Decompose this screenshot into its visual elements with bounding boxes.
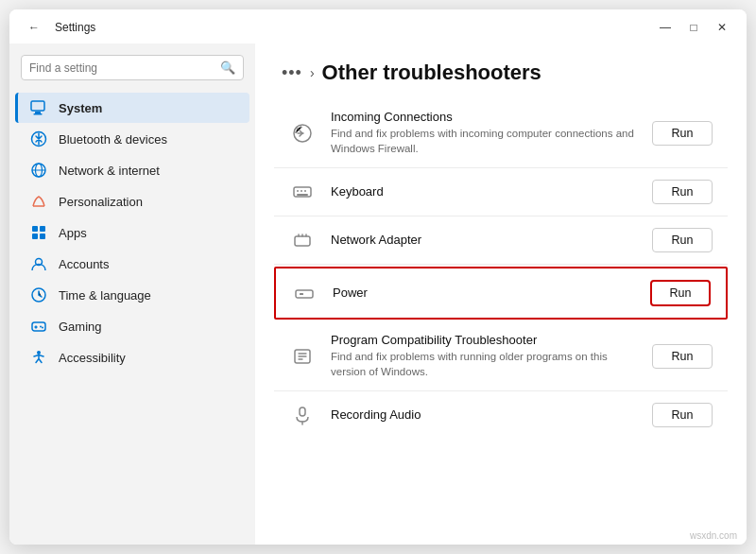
keyboard-run-button[interactable]: Run: [652, 180, 713, 204]
titlebar-left: ← Settings: [21, 17, 95, 38]
svg-rect-31: [300, 293, 303, 295]
page-title: Other troubleshooters: [322, 61, 541, 85]
troubleshooter-item-recording-audio: Recording AudioRun: [274, 391, 728, 439]
sidebar-item-label-gaming: Gaming: [59, 320, 102, 334]
svg-rect-11: [40, 234, 45, 239]
troubleshooter-item-power: PowerRun: [274, 267, 728, 320]
gaming-icon: [30, 318, 47, 335]
incoming-connections-run-button[interactable]: Run: [652, 121, 713, 146]
troubleshooter-item-incoming-connections: Incoming ConnectionsFind and fix problem…: [274, 98, 728, 168]
network-adapter-run-button[interactable]: Run: [652, 228, 713, 252]
power-name: Power: [333, 286, 635, 300]
titlebar: ← Settings — □ ✕: [9, 9, 747, 43]
power-info: Power: [333, 286, 635, 302]
svg-point-18: [42, 327, 43, 329]
recording-audio-name: Recording Audio: [331, 407, 637, 422]
recording-audio-info: Recording Audio: [331, 407, 637, 424]
search-icon: 🔍: [220, 61, 235, 75]
incoming-connections-info: Incoming ConnectionsFind and fix problem…: [331, 110, 637, 156]
sidebar-item-accessibility[interactable]: Accessibility: [15, 342, 249, 372]
titlebar-controls: — □ ✕: [652, 17, 735, 38]
content-area: 🔍 SystemBluetooth & devicesNetwork & int…: [9, 43, 747, 545]
svg-rect-8: [32, 226, 38, 232]
recording-audio-run-button[interactable]: Run: [652, 403, 713, 427]
sidebar-item-system[interactable]: System: [15, 93, 249, 123]
svg-rect-30: [296, 290, 313, 298]
incoming-connections-name: Incoming Connections: [331, 110, 637, 124]
search-input[interactable]: [29, 61, 215, 75]
accounts-icon: [30, 255, 47, 272]
sidebar-item-gaming[interactable]: Gaming: [15, 311, 249, 341]
svg-point-17: [40, 326, 42, 328]
sidebar-item-label-network: Network & internet: [59, 164, 160, 178]
sidebar-item-apps[interactable]: Apps: [15, 217, 249, 248]
apps-icon: [30, 224, 47, 241]
incoming-connections-description: Find and fix problems with incoming comp…: [331, 126, 637, 156]
minimize-button[interactable]: —: [652, 17, 679, 38]
sidebar-item-label-apps: Apps: [59, 226, 87, 240]
sidebar-item-label-accounts: Accounts: [59, 257, 109, 271]
svg-rect-2: [34, 113, 43, 115]
sidebar-item-bluetooth[interactable]: Bluetooth & devices: [15, 124, 249, 154]
watermark: wsxdn.com: [690, 530, 737, 541]
troubleshooter-list: Incoming ConnectionsFind and fix problem…: [255, 98, 747, 439]
incoming-connections-icon: [289, 123, 316, 144]
svg-rect-36: [300, 407, 305, 416]
sidebar-item-time[interactable]: Time & language: [15, 280, 249, 310]
sidebar-item-label-accessibility: Accessibility: [59, 351, 126, 365]
sidebar-item-label-system: System: [59, 101, 102, 115]
keyboard-name: Keyboard: [331, 184, 637, 199]
settings-window: ← Settings — □ ✕ 🔍 SystemBluetooth & dev…: [9, 9, 747, 545]
time-icon: [30, 286, 47, 303]
program-compatibility-description: Find and fix problems with running older…: [331, 349, 637, 379]
breadcrumb-chevron: ›: [310, 65, 315, 80]
main-content: ••• › Other troubleshooters Incoming Con…: [255, 43, 747, 545]
window-title: Settings: [55, 21, 95, 34]
svg-rect-0: [31, 101, 44, 111]
system-icon: [30, 99, 47, 116]
sidebar-item-personalization[interactable]: Personalization: [15, 186, 249, 216]
breadcrumb-dots: •••: [282, 63, 302, 83]
program-compatibility-info: Program Compatibility TroubleshooterFind…: [331, 333, 637, 379]
sidebar-item-label-personalization: Personalization: [59, 195, 143, 209]
program-compatibility-icon: [289, 346, 316, 367]
close-button[interactable]: ✕: [709, 17, 735, 38]
sidebar-item-label-bluetooth: Bluetooth & devices: [59, 132, 167, 147]
svg-rect-14: [32, 322, 45, 331]
power-icon: [291, 283, 318, 303]
svg-rect-9: [40, 226, 45, 232]
svg-rect-10: [32, 234, 38, 239]
back-button[interactable]: ←: [21, 17, 47, 38]
sidebar: 🔍 SystemBluetooth & devicesNetwork & int…: [9, 43, 255, 545]
network-icon: [30, 162, 47, 179]
keyboard-icon: [289, 182, 316, 202]
keyboard-info: Keyboard: [331, 184, 637, 200]
personalization-icon: [30, 193, 47, 210]
troubleshooter-item-program-compatibility: Program Compatibility TroubleshooterFind…: [274, 321, 728, 391]
network-adapter-info: Network Adapter: [331, 233, 637, 249]
sidebar-item-accounts[interactable]: Accounts: [15, 249, 249, 279]
sidebar-item-label-time: Time & language: [59, 288, 151, 303]
sidebar-nav: SystemBluetooth & devicesNetwork & inter…: [9, 92, 255, 373]
svg-point-19: [37, 351, 41, 355]
network-adapter-name: Network Adapter: [331, 233, 637, 247]
search-box[interactable]: 🔍: [21, 55, 244, 80]
svg-rect-26: [295, 236, 310, 246]
troubleshooter-item-keyboard: KeyboardRun: [274, 168, 728, 216]
program-compatibility-run-button[interactable]: Run: [652, 344, 713, 369]
svg-rect-1: [35, 112, 41, 113]
main-header: ••• › Other troubleshooters: [255, 43, 747, 98]
network-adapter-icon: [289, 230, 316, 251]
accessibility-icon: [30, 349, 47, 366]
sidebar-item-network[interactable]: Network & internet: [15, 155, 249, 185]
program-compatibility-name: Program Compatibility Troubleshooter: [331, 333, 637, 347]
bluetooth-icon: [30, 130, 47, 147]
main-wrapper: ••• › Other troubleshooters Incoming Con…: [255, 43, 747, 545]
maximize-button[interactable]: □: [680, 17, 707, 38]
troubleshooter-item-network-adapter: Network AdapterRun: [274, 216, 728, 265]
recording-audio-icon: [289, 405, 316, 425]
power-run-button[interactable]: Run: [650, 280, 711, 306]
